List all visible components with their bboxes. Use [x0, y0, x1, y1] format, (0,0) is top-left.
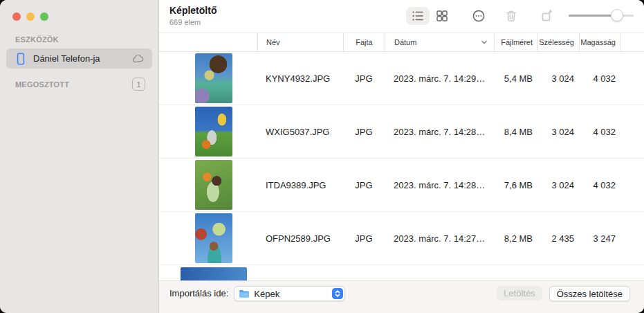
folder-icon: [239, 289, 250, 298]
delete-button[interactable]: [499, 7, 523, 25]
main-area: Képletöltő 669 elem: [159, 0, 644, 313]
file-list: KYNY4932.JPG JPG 2023. márc. 7. 14:29… 5…: [159, 52, 644, 280]
list-view-icon: [411, 9, 425, 23]
table-row[interactable]: ITDA9389.JPG JPG 2023. márc. 7. 14:28… 7…: [159, 159, 644, 212]
cell-name: ITDA9389.JPG: [257, 159, 343, 211]
minimize-button[interactable]: [26, 12, 35, 21]
cloud-icon: [131, 53, 145, 64]
shared-count-badge: 1: [132, 78, 145, 91]
sidebar-section-shared-label: MEGOSZTOTT: [0, 80, 69, 89]
cell-name: WXIG5037.JPG: [257, 105, 343, 158]
close-button[interactable]: [12, 12, 21, 21]
cell-kind: JPG: [343, 159, 385, 211]
sidebar-section-devices: ESZKÖZÖK: [0, 35, 158, 44]
image-capture-window: ESZKÖZÖK Dániel Telefon-ja MEGOSZTOTT 1 …: [0, 0, 644, 313]
import-destination-select[interactable]: Képek: [234, 286, 345, 301]
download-button[interactable]: Letöltés: [497, 286, 542, 301]
column-header-size[interactable]: Fájlméret: [494, 33, 537, 51]
phone-icon: [15, 52, 27, 66]
slider-thumb[interactable]: [611, 9, 623, 21]
column-header-filler: [620, 33, 644, 51]
table-row[interactable]: OFPN2589.JPG JPG 2023. márc. 7. 14:27… 8…: [159, 212, 644, 265]
cell-height: 4 032: [579, 159, 620, 211]
cell-date: 2023. márc. 7. 14:27…: [385, 212, 494, 265]
grid-view-icon: [435, 9, 449, 23]
cell-size: 8,2 MB: [494, 212, 537, 265]
chevron-down-icon: [481, 39, 488, 45]
sidebar-item-device[interactable]: Dániel Telefon-ja: [6, 48, 152, 69]
item-count: 669 elem: [169, 18, 217, 26]
cell-width: 3 024: [537, 52, 579, 105]
grid-view-button[interactable]: [430, 7, 454, 25]
cell-name: KYNY4932.JPG: [257, 52, 343, 105]
cell-date: 2023. márc. 7. 14:29…: [385, 52, 494, 105]
column-header-height[interactable]: Magasság: [579, 33, 620, 51]
cell-size: 7,6 MB: [494, 159, 537, 211]
table-header: Név Fajta Dátum Fájlméret Szélesség Maga…: [159, 33, 644, 52]
cell-width: 3 024: [537, 105, 579, 158]
rotate-button[interactable]: [535, 7, 559, 25]
rotate-square-icon: [540, 8, 555, 24]
import-destination-value: Képek: [254, 289, 279, 299]
page-title: Képletöltő: [169, 5, 217, 17]
list-view-button[interactable]: [406, 7, 430, 25]
cell-date: 2023. márc. 7. 14:28…: [385, 105, 494, 158]
cell-kind: JPG: [343, 105, 385, 158]
cell-height: 4 032: [579, 52, 620, 105]
select-stepper-icon: [332, 288, 343, 299]
photo-thumbnail: [195, 160, 232, 210]
column-header-width[interactable]: Szélesség: [537, 33, 579, 51]
bottom-bar: Importálás ide: Képek Letöltés Összes le…: [159, 280, 644, 313]
column-header-kind[interactable]: Fajta: [343, 33, 385, 51]
titlebar: Képletöltő 669 elem: [159, 0, 644, 33]
table-row[interactable]: KYNY4932.JPG JPG 2023. márc. 7. 14:29… 5…: [159, 52, 644, 105]
cell-height: 3 247: [579, 212, 620, 265]
cell-name: OFPN2589.JPG: [257, 212, 343, 265]
sidebar-item-label: Dániel Telefon-ja: [33, 53, 131, 64]
column-header-date[interactable]: Dátum: [385, 33, 494, 51]
table-row-partial[interactable]: [159, 265, 644, 280]
title-group: Képletöltő 669 elem: [169, 5, 217, 26]
cell-kind: JPG: [343, 212, 385, 265]
cell-size: 5,4 MB: [494, 52, 537, 105]
cell-kind: JPG: [343, 52, 385, 105]
cell-size: 8,4 MB: [494, 105, 537, 158]
cell-date: 2023. márc. 7. 14:28…: [385, 159, 494, 211]
photo-thumbnail: [195, 107, 232, 156]
column-thumbnail: [159, 33, 257, 51]
window-controls: [0, 0, 158, 21]
sidebar-section-shared: MEGOSZTOTT 1: [0, 78, 158, 91]
column-header-date-label: Dátum: [394, 38, 416, 46]
ellipsis-circle-icon: [471, 8, 486, 24]
zoom-button[interactable]: [40, 12, 48, 21]
column-header-name[interactable]: Név: [257, 33, 343, 51]
slider-track[interactable]: [569, 15, 634, 17]
cell-height: 4 032: [579, 105, 620, 158]
photo-thumbnail: [195, 53, 232, 103]
table-row[interactable]: WXIG5037.JPG JPG 2023. márc. 7. 14:28… 8…: [159, 105, 644, 159]
cell-width: 2 435: [537, 212, 579, 265]
trash-icon: [504, 9, 518, 23]
download-all-button[interactable]: Összes letöltése: [549, 286, 630, 301]
more-options-button[interactable]: [467, 7, 490, 25]
photo-thumbnail: [181, 267, 247, 280]
photo-thumbnail: [195, 213, 232, 263]
sidebar: ESZKÖZÖK Dániel Telefon-ja MEGOSZTOTT 1: [0, 0, 159, 313]
import-destination-label: Importálás ide:: [169, 286, 228, 301]
cell-width: 3 024: [537, 159, 579, 211]
thumbnail-size-slider[interactable]: [569, 9, 634, 21]
